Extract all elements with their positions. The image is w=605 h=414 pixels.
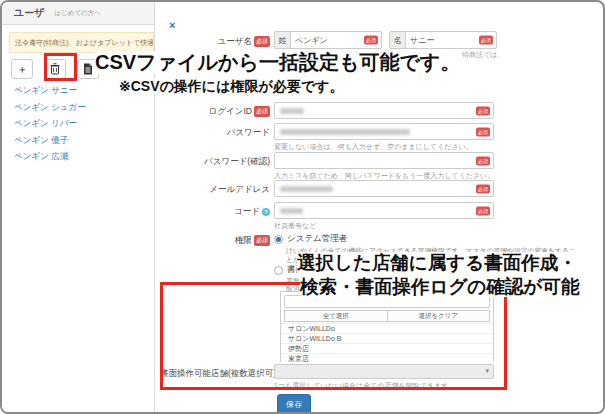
firstname-value: サニー [410,35,434,46]
username-label: ユーザ名必須 [160,36,270,48]
csv-annotation-line1: CSVファイルから一括設定も可能です。 [95,51,460,74]
masked-value [280,108,304,114]
required-badge: 必須 [254,36,270,47]
permission-label: 権限必須 [160,235,270,247]
password-helper: 変更しない場合は、何も入力せず、空のままにしてください。 [274,142,473,152]
plus-icon: ＋ [17,62,28,77]
close-icon[interactable]: × [169,19,175,31]
help-icon[interactable]: ? [262,208,270,216]
user-list-item[interactable]: ペンギン 優子 [14,132,86,149]
radio-system-admin[interactable]: システム管理者 [274,233,347,245]
code-helper: 社員番号など [274,221,316,231]
firstname-field[interactable]: 名 サニー 必須 [389,31,497,49]
password-confirm-label: パスワード(確認) [160,156,270,168]
required-badge: 必須 [254,106,270,117]
required-badge: 必須 [254,235,270,246]
lastname-field[interactable]: 姓 ペンギン 必須 [274,31,382,49]
radio-selected-icon [274,235,283,244]
required-badge: 必須 [476,127,490,136]
login-id-field[interactable]: 必須 [274,102,494,119]
user-list: ペンギン サニー ペンギン シュガー ペンギン リバー ペンギン 優子 ペンギン… [14,82,86,165]
password-label: パスワード [160,127,270,139]
masked-value [280,186,333,192]
required-badge: 必須 [476,106,490,115]
csv-annotation-line2: ※CSVの操作には権限が必要です。 [119,78,344,94]
store-annotation-line2: 検索・書面操作ログの確認が可能 [300,276,579,297]
sidebar-header: ユーザ はじめての方へ [2,2,154,25]
required-badge: 必須 [476,206,490,215]
save-button[interactable]: 保存 [277,394,311,414]
user-list-item[interactable]: ペンギン シュガー [14,99,86,116]
csv-file-icon [83,63,93,75]
lastname-addon: 姓 [275,32,291,48]
page-title: ユーザ [14,6,44,20]
app-window: ユーザ はじめての方へ 法令遵守(特商法)、およびタブレットで快適に ＋ [0,0,605,414]
user-list-item[interactable]: ペンギン 広瀬 [14,148,86,165]
firstname-addon: 名 [390,32,406,48]
code-field[interactable]: 必須 [274,202,494,219]
csv-button-highlight-box [44,53,77,81]
user-list-item[interactable]: ペンギン リバー [14,115,86,132]
required-badge: 必須 [476,156,490,165]
radio-unselected-icon [274,266,283,275]
user-list-item[interactable]: ペンギン サニー [14,82,86,99]
password-field[interactable]: 必須 [274,123,494,140]
login-id-label: ログインID必須 [160,106,270,118]
masked-value [280,208,303,214]
beginner-guide-link[interactable]: はじめての方へ [54,9,100,18]
add-user-button[interactable]: ＋ [11,59,33,79]
store-annotation-line1: 選択した店舗に属する書面作成・ [297,252,577,273]
store-area-highlight-box [160,282,507,390]
required-badge: 必須 [476,184,490,193]
compliance-notice: 法令遵守(特商法)、およびタブレットで快適に [9,32,154,53]
lastname-value: ペンギン [295,35,328,46]
email-label: メールアドレス [160,184,270,196]
password-confirm-field[interactable]: 必須 [274,152,494,169]
required-badge: 必須 [364,36,378,45]
email-field[interactable]: 必須 [274,180,494,197]
masked-value [280,129,410,135]
code-label: コード? [160,206,270,218]
required-badge: 必須 [479,36,493,45]
